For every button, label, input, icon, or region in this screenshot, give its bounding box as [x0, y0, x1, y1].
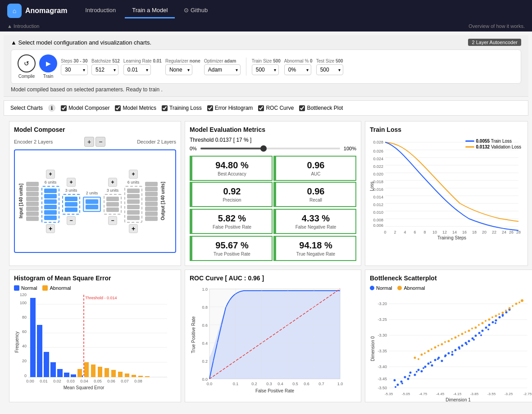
svg-text:0.2 0.3: 0.2 0.3: [251, 382, 272, 386]
unit: [145, 202, 158, 206]
svg-point-141: [434, 359, 437, 361]
bottleneck-title: Bottleneck Scatterplot: [370, 274, 532, 282]
unit: [26, 192, 39, 196]
unit: [86, 199, 98, 204]
logo: ⌂: [7, 4, 22, 18]
batchsize-select[interactable]: 512256128: [91, 64, 118, 75]
svg-point-157: [488, 324, 491, 326]
remove-enc1-btn[interactable]: +: [46, 224, 55, 233]
svg-point-185: [448, 340, 450, 342]
svg-point-179: [502, 315, 504, 317]
add-enc1-btn[interactable]: +: [46, 170, 55, 179]
breadcrumb-left[interactable]: ▲ Introduction: [7, 23, 39, 29]
unit: [106, 202, 119, 207]
test-size-select[interactable]: 5001000: [316, 64, 343, 75]
svg-point-160: [499, 316, 501, 319]
abnormal-select[interactable]: 0%10%20%: [284, 64, 311, 75]
info-icon[interactable]: ℹ: [48, 104, 55, 112]
dec2-label: 6 units: [127, 180, 140, 184]
svg-point-140: [431, 364, 433, 367]
svg-point-200: [437, 345, 439, 346]
legend-abnormal: Abnormal: [42, 285, 71, 291]
train-button[interactable]: ▶: [39, 54, 57, 72]
svg-point-156: [485, 327, 487, 329]
svg-point-131: [400, 381, 403, 383]
check-training-loss[interactable]: Training Loss: [162, 105, 202, 111]
navbar: ⌂ Anomagram Introduction Train a Model ⊙…: [0, 0, 532, 22]
add-dec2-btn[interactable]: +: [129, 170, 138, 179]
svg-text:Loss: Loss: [369, 181, 374, 191]
dec1-label: 3 units: [107, 188, 119, 193]
svg-text:0.024: 0.024: [373, 157, 383, 161]
svg-point-151: [468, 340, 470, 342]
abnormal-color: [42, 285, 48, 291]
remove-encoder-layer-btn[interactable]: −: [95, 137, 105, 147]
add-encoder-layer-btn[interactable]: +: [84, 137, 94, 147]
svg-rect-58: [50, 362, 56, 377]
svg-text:0.026: 0.026: [373, 149, 383, 153]
svg-point-186: [455, 337, 457, 339]
regularizer-group: Regularizer none NoneL1L2: [165, 58, 200, 75]
svg-rect-66: [98, 367, 102, 377]
check-model-composer[interactable]: Model Composer: [61, 105, 109, 111]
add-enc2-btn[interactable]: +: [67, 178, 76, 187]
top-row-grid: Model Composer Encoder 2 Layers + − Deco…: [4, 119, 528, 268]
svg-text:-3.30: -3.30: [377, 333, 387, 338]
svg-point-129: [394, 379, 396, 382]
svg-point-133: [407, 378, 409, 380]
composer-header: Encoder 2 Layers + − Decoder 2 Layers: [14, 137, 176, 147]
add-dec1-btn[interactable]: +: [108, 178, 117, 187]
remove-dec2-btn[interactable]: +: [129, 224, 138, 233]
lr-group: Learning Rate 0.01 0.010.0010.1: [123, 58, 162, 75]
input-label: Input [140 units]: [18, 184, 23, 218]
slider-fill: [200, 148, 263, 149]
check-error-histogram[interactable]: Error Histogram: [207, 105, 253, 111]
svg-point-162: [505, 311, 508, 314]
svg-text:-4.75: -4.75: [419, 392, 427, 396]
remove-dec1-btn[interactable]: −: [108, 216, 117, 225]
precision-cell: 0.92 Precision: [190, 182, 273, 207]
enc-layer2: + 3 units −: [62, 154, 80, 248]
nav-github[interactable]: ⊙ Github: [177, 3, 215, 18]
brand-name: Anomagram: [25, 7, 67, 15]
train-loss-chart: 0.0055 Train Loss 0.0132 Validation Loss…: [370, 137, 523, 237]
unit: [145, 207, 158, 211]
svg-rect-61: [71, 374, 76, 377]
unit: [26, 182, 39, 186]
svg-text:-3.45: -3.45: [377, 377, 387, 381]
unit: [145, 197, 158, 201]
svg-text:Mean Squared Error: Mean Squared Error: [64, 385, 105, 390]
unit: [145, 212, 158, 216]
breadcrumb: ▲ Introduction Overview of how it works.: [0, 22, 532, 32]
remove-enc2-btn[interactable]: −: [67, 216, 76, 225]
svg-text:0.01: 0.01: [40, 379, 48, 383]
lr-select[interactable]: 0.010.0010.1: [123, 64, 151, 75]
svg-text:18: 18: [472, 230, 477, 234]
svg-point-169: [430, 361, 432, 363]
svg-text:0.00: 0.00: [26, 379, 34, 383]
steps-select[interactable]: 3050100: [61, 64, 88, 75]
svg-rect-59: [57, 369, 63, 377]
check-roc-curve[interactable]: ROC Curve: [258, 105, 294, 111]
svg-point-164: [395, 386, 396, 388]
slider-thumb[interactable]: [260, 145, 267, 152]
slider-min: 0%: [190, 146, 197, 151]
unit: [44, 199, 57, 204]
svg-text:-3.85: -3.85: [470, 392, 479, 396]
check-model-metrics[interactable]: Model Metrics: [115, 105, 156, 111]
train-size-select[interactable]: 50010002000: [252, 64, 279, 75]
fnr-val: 4.33 %: [280, 213, 352, 224]
optimizer-select[interactable]: AdamSGDRMSprop: [204, 64, 241, 75]
nav-introduction[interactable]: Introduction: [78, 3, 123, 18]
svg-point-178: [495, 322, 496, 324]
metrics-panel: Model Evaluation Metrics Threshold 0.013…: [185, 121, 361, 266]
svg-text:0.07: 0.07: [121, 379, 129, 383]
compile-button[interactable]: ↺: [18, 54, 36, 72]
check-bottleneck[interactable]: Bottleneck Plot: [299, 105, 343, 111]
normal-color: [14, 285, 19, 291]
svg-text:0.018: 0.018: [373, 180, 383, 184]
nav-train-model[interactable]: Train a Model: [125, 3, 175, 18]
svg-text:0.006: 0.006: [373, 223, 383, 228]
unit: [44, 189, 57, 193]
regularizer-select[interactable]: NoneL1L2: [165, 64, 192, 75]
